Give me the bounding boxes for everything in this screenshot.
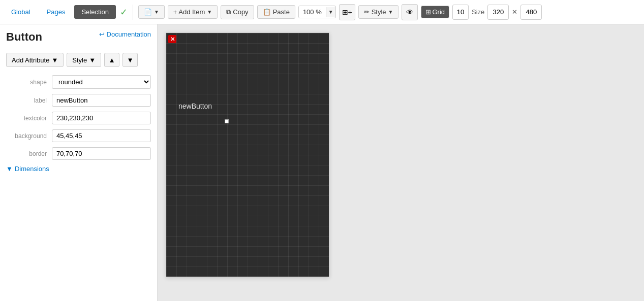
size-label: Size (472, 8, 484, 16)
documentation-link[interactable]: ↩ Documentation (99, 30, 151, 38)
tab-pages[interactable]: Pages (40, 5, 73, 19)
eye-icon: 👁 (406, 8, 413, 16)
border-input[interactable] (52, 147, 151, 160)
width-input[interactable] (487, 5, 509, 20)
grid-number-input[interactable] (452, 5, 469, 20)
divider (133, 5, 133, 20)
canvas-button-label: newButton (178, 102, 212, 110)
style-panel-label: Style (72, 56, 87, 64)
dimensions-label: Dimensions (15, 165, 49, 173)
style-panel-button[interactable]: Style ▼ (67, 53, 101, 67)
style-caret: ▼ (388, 9, 393, 15)
background-input[interactable] (52, 129, 151, 142)
add-item-button[interactable]: + Add Item ▼ (168, 5, 218, 19)
main-layout: Button ↩ Documentation Add Attribute ▼ S… (0, 24, 644, 301)
background-row: background (6, 129, 151, 142)
top-bar: Global Pages Selection ✓ 📄 ▼ + Add Item … (0, 0, 644, 24)
delete-button[interactable]: ✕ (168, 35, 176, 43)
grid-label: Grid (432, 8, 445, 16)
move-up-button[interactable]: ▲ (104, 53, 119, 67)
size-x-label: ✕ (512, 8, 517, 16)
add-attribute-button[interactable]: Add Attribute ▼ (6, 53, 64, 67)
zoom-caret[interactable]: ▼ (326, 7, 335, 17)
doc-label: Documentation (107, 30, 151, 38)
canvas-resize-handle[interactable] (225, 119, 229, 123)
toolbar-actions: 📄 ▼ + Add Item ▼ ⧉ Copy 📋 Paste 100 % ▼ … (138, 4, 542, 20)
shape-select[interactable]: roundedsquarepill (52, 75, 151, 89)
canvas-frame: ✕ newButton (166, 32, 329, 277)
doc-icon: ↩ (99, 30, 105, 38)
file-icon: 📄 (144, 8, 152, 16)
grid-button[interactable]: ⊞ Grid (421, 6, 449, 18)
canvas-inner[interactable]: ✕ newButton (166, 33, 329, 277)
canvas-area: ✕ newButton (158, 24, 644, 301)
delete-icon: ✕ (170, 36, 175, 43)
textcolor-row: textcolor (6, 112, 151, 124)
right-controls: 100 % ▼ ⊞+ ✏ Style ▼ 👁 ⊞ Grid Size ✕ (298, 4, 542, 20)
style-button[interactable]: ✏ Style ▼ (358, 5, 399, 19)
zoom-value[interactable]: 100 % (299, 6, 326, 18)
file-button[interactable]: 📄 ▼ (138, 5, 165, 19)
eye-button[interactable]: 👁 (402, 4, 418, 20)
nav-tabs: Global Pages Selection ✓ (4, 5, 128, 19)
pen-icon: ✏ (364, 8, 370, 16)
style-label: Style (372, 8, 386, 16)
shape-row: shape roundedsquarepill (6, 75, 151, 89)
align-button[interactable]: ⊞+ (339, 4, 355, 20)
textcolor-input[interactable] (52, 112, 151, 124)
file-caret: ▼ (154, 9, 159, 15)
copy-label: Copy (233, 8, 248, 16)
label-row: label (6, 94, 151, 107)
copy-button[interactable]: ⧉ Copy (221, 5, 254, 19)
background-label: background (6, 132, 52, 140)
check-icon: ✓ (120, 7, 128, 18)
add-attr-caret: ▼ (51, 56, 58, 64)
panel-header: Button ↩ Documentation (6, 30, 151, 47)
paste-label: Paste (273, 8, 290, 16)
textcolor-label: textcolor (6, 115, 52, 122)
zoom-control[interactable]: 100 % ▼ (298, 6, 336, 18)
label-input[interactable] (52, 94, 151, 107)
move-down-button[interactable]: ▼ (122, 53, 138, 67)
label-label: label (6, 97, 52, 104)
copy-icon: ⧉ (226, 8, 231, 16)
height-input[interactable] (520, 5, 542, 20)
shape-label: shape (6, 79, 52, 86)
tab-global[interactable]: Global (4, 5, 38, 19)
canvas-button-element[interactable]: newButton (171, 99, 219, 113)
border-row: border (6, 147, 151, 160)
border-label: border (6, 150, 52, 157)
up-arrow-icon: ▲ (109, 56, 115, 64)
add-item-label: + Add Item (173, 8, 205, 16)
add-attr-label: Add Attribute (12, 56, 49, 64)
dimensions-toggle[interactable]: ▼ Dimensions (6, 165, 151, 173)
left-panel: Button ↩ Documentation Add Attribute ▼ S… (0, 24, 158, 301)
grid-icon: ⊞ (425, 8, 431, 16)
tab-selection[interactable]: Selection (74, 5, 115, 19)
align-icon: ⊞+ (342, 8, 352, 16)
chevron-down-icon: ▼ (6, 165, 13, 173)
paste-button[interactable]: 📋 Paste (257, 5, 295, 19)
paste-icon: 📋 (263, 8, 271, 16)
style-panel-caret: ▼ (89, 56, 96, 64)
add-item-caret: ▼ (207, 9, 212, 15)
panel-actions: Add Attribute ▼ Style ▼ ▲ ▼ (6, 53, 151, 67)
down-arrow-icon: ▼ (127, 56, 134, 64)
panel-title: Button (6, 30, 42, 44)
